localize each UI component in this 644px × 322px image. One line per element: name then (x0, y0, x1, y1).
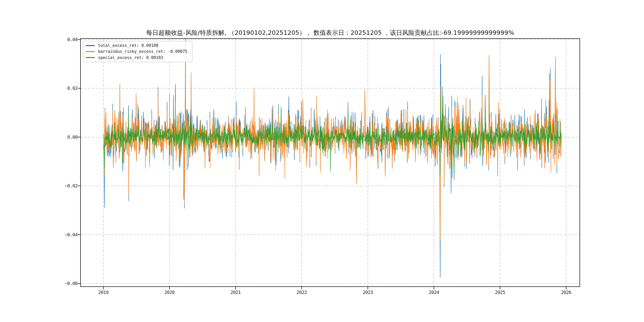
figure: 每日超额收益-风险/特质拆解, （20190102,20251205）， 数值表… (0, 0, 644, 322)
x-axis-tick-label: 2021 (230, 290, 241, 295)
y-axis-tick-label: −0.06 (65, 281, 78, 286)
y-axis-tick-label: −0.02 (65, 183, 78, 188)
legend-item-special-excess-ret: special_excess_ret: 0.00183 (86, 55, 190, 60)
legend: total_excess_ret: 0.00108 barraindus_ris… (83, 41, 192, 62)
legend-item-barraindus-risky-excess-ret: barraindus_risky_excess_ret: -0.00075 (86, 48, 190, 54)
x-axis-tick-label: 2025 (495, 290, 505, 295)
legend-line-swatch-risky (86, 51, 95, 52)
x-axis-tick-label: 2019 (98, 290, 108, 295)
y-axis-tick-label: 0.02 (68, 86, 78, 91)
legend-label: total_excess_ret: 0.00108 (98, 43, 158, 48)
legend-line-swatch-special (86, 57, 95, 58)
y-axis-tick-label: 0.00 (68, 134, 78, 140)
y-axis-tick-label: −0.04 (65, 232, 78, 237)
legend-line-swatch-total (86, 45, 95, 46)
x-axis-tick-label: 2022 (296, 290, 307, 295)
y-axis-tick-label: 0.04 (68, 37, 78, 42)
x-axis-tick-label: 2024 (429, 290, 439, 295)
page-title: 每日超额收益-风险/特质拆解, （20190102,20251205）， 数值表… (146, 28, 514, 37)
x-axis-tick-label: 2020 (164, 290, 174, 295)
legend-label: barraindus_risky_excess_ret: -0.00075 (98, 49, 187, 54)
x-axis-tick-label: 2026 (561, 290, 571, 295)
legend-label: special_excess_ret: 0.00183 (98, 55, 163, 60)
legend-item-total-excess-ret: total_excess_ret: 0.00108 (86, 42, 190, 48)
x-axis-tick-label: 2023 (363, 290, 373, 295)
